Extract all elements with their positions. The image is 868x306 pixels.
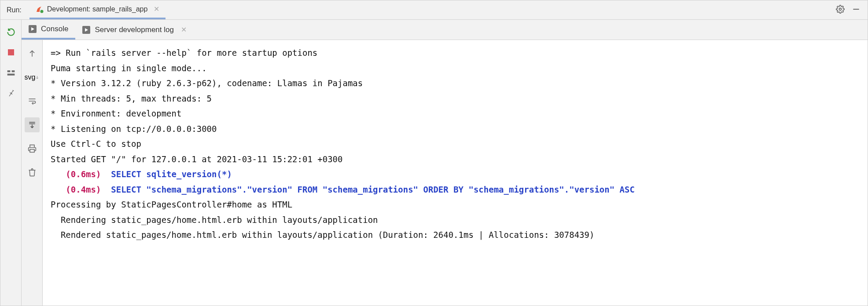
arrow-down-icon[interactable]: svg bbox=[25, 70, 40, 85]
console-line: Processing by StaticPagesController#home… bbox=[51, 197, 860, 212]
svg-rect-15 bbox=[30, 149, 34, 153]
tab-console[interactable]: Console bbox=[22, 20, 75, 40]
tab-server-log-label: Server development log bbox=[95, 26, 174, 34]
console-line: Use Ctrl-C to stop bbox=[51, 136, 860, 152]
rails-icon bbox=[36, 5, 44, 13]
layout-icon[interactable] bbox=[7, 68, 15, 77]
close-icon[interactable]: ✕ bbox=[181, 26, 187, 34]
console-line: Started GET "/" for 127.0.0.1 at 2021-03… bbox=[51, 152, 860, 167]
console-line: * Version 3.12.2 (ruby 2.6.3-p62), coden… bbox=[51, 76, 860, 91]
arrow-up-icon[interactable] bbox=[25, 46, 40, 61]
trash-icon[interactable] bbox=[25, 165, 40, 180]
svg-marker-7 bbox=[31, 27, 34, 31]
left-action-rail bbox=[0, 20, 22, 306]
console-line: (0.6ms) SELECT sqlite_version(*) bbox=[51, 167, 860, 182]
console-action-rail: svg bbox=[22, 40, 43, 306]
console-line: Rendering static_pages/home.html.erb wit… bbox=[51, 212, 860, 228]
tab-console-label: Console bbox=[41, 25, 68, 33]
console-output[interactable]: => Run `rails server --help` for more st… bbox=[43, 40, 868, 306]
svg-rect-6 bbox=[7, 74, 15, 76]
tab-server-log[interactable]: Server development log ✕ bbox=[75, 20, 194, 40]
scroll-to-end-icon[interactable] bbox=[25, 117, 40, 132]
svg-rect-5 bbox=[11, 70, 15, 72]
minimize-icon[interactable] bbox=[852, 5, 861, 15]
header-actions bbox=[836, 5, 864, 15]
run-config-label: Development: sample_rails_app bbox=[47, 5, 148, 13]
tabs-row: Console Server development log ✕ bbox=[22, 20, 868, 40]
print-icon[interactable] bbox=[25, 141, 40, 156]
console-line: * Environment: development bbox=[51, 106, 860, 121]
terminal-run-icon bbox=[29, 25, 37, 33]
console-line: => Run `rails server --help` for more st… bbox=[51, 45, 860, 61]
svg-marker-8 bbox=[85, 28, 88, 32]
run-panel-header: Run: Development: sample_rails_app ✕ bbox=[0, 0, 868, 20]
svg-point-1 bbox=[839, 8, 842, 10]
console-line: Rendered static_pages/home.html.erb with… bbox=[51, 227, 860, 243]
run-label: Run: bbox=[7, 6, 22, 14]
console-line: Puma starting in single mode... bbox=[51, 61, 860, 76]
soft-wrap-icon[interactable] bbox=[25, 94, 40, 109]
terminal-run-icon bbox=[82, 26, 90, 34]
pin-icon[interactable] bbox=[7, 88, 15, 97]
svg-rect-4 bbox=[7, 70, 10, 72]
svg-rect-3 bbox=[8, 49, 14, 55]
stop-icon[interactable] bbox=[7, 48, 15, 57]
run-config-tab[interactable]: Development: sample_rails_app ✕ bbox=[29, 0, 166, 19]
svg-point-0 bbox=[40, 10, 43, 13]
close-icon[interactable]: ✕ bbox=[154, 5, 159, 13]
rerun-icon[interactable] bbox=[7, 28, 15, 36]
gear-icon[interactable] bbox=[836, 5, 845, 15]
console-line: (0.4ms) SELECT "schema_migrations"."vers… bbox=[51, 182, 860, 197]
console-line: * Listening on tcp://0.0.0.0:3000 bbox=[51, 121, 860, 137]
console-line: * Min threads: 5, max threads: 5 bbox=[51, 91, 860, 106]
